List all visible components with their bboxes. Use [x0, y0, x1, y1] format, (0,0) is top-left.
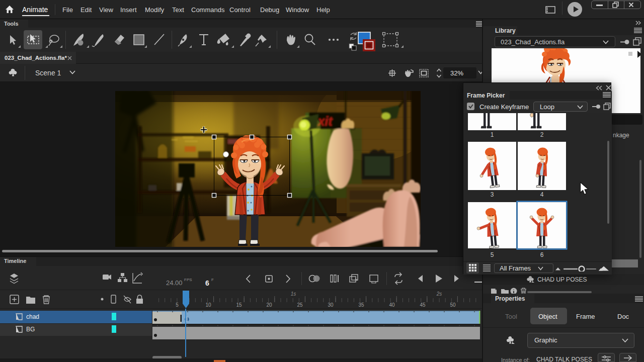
svg-text:2s: 2s	[436, 291, 442, 297]
svg-text:F: F	[211, 278, 214, 282]
svg-text:5: 5	[491, 251, 494, 258]
svg-text:40: 40	[389, 302, 395, 308]
svg-text:1s: 1s	[291, 291, 296, 297]
svg-text:25: 25	[297, 302, 303, 308]
svg-text:6: 6	[540, 251, 544, 258]
svg-text:10: 10	[205, 302, 211, 308]
svg-text:35: 35	[358, 302, 364, 308]
svg-text:5: 5	[176, 302, 179, 308]
svg-text:50: 50	[450, 302, 456, 308]
svg-text:6: 6	[205, 279, 209, 287]
svg-text:45: 45	[420, 302, 426, 308]
svg-text:15: 15	[236, 302, 242, 308]
svg-text:FPS: FPS	[184, 278, 192, 282]
svg-text:24.00: 24.00	[166, 279, 183, 287]
svg-text:2: 2	[540, 131, 544, 138]
svg-text:3: 3	[491, 191, 494, 198]
svg-text:1: 1	[491, 131, 494, 138]
svg-text:20: 20	[266, 302, 272, 308]
svg-text:30: 30	[328, 302, 334, 308]
svg-text:4: 4	[540, 191, 544, 198]
